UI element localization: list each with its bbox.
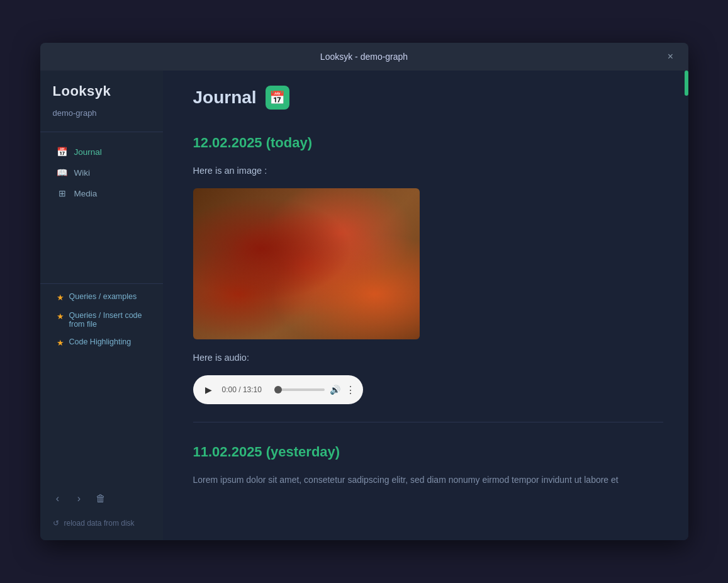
star-icon-1: ★	[57, 293, 64, 302]
sidebar-divider-2	[40, 283, 163, 284]
image-label: Here is an image :	[193, 164, 663, 178]
forward-button[interactable]: ›	[70, 490, 88, 507]
sidebar: Looksyk demo-graph 📅 Journal 📖 Wiki ⊞ Me…	[40, 71, 163, 540]
wiki-icon: 📖	[57, 167, 68, 178]
app-window: Looksyk - demo-graph × Looksyk demo-grap…	[40, 43, 688, 540]
sidebar-divider-1	[40, 132, 163, 132]
nav-actions: ‹ › 🗑	[40, 485, 163, 512]
sidebar-item-journal-label: Journal	[74, 147, 102, 157]
audio-time: 0:00 / 13:10	[222, 385, 269, 394]
starred-label-3: Code Highlighting	[69, 337, 132, 346]
media-icon: ⊞	[57, 188, 68, 199]
audio-thumb	[274, 386, 282, 393]
close-button[interactable]: ×	[662, 48, 680, 65]
reload-label: reload data from disk	[64, 519, 135, 528]
pizza-image	[193, 188, 420, 339]
current-time: 0:00	[222, 385, 237, 394]
sidebar-item-wiki-label: Wiki	[74, 168, 91, 178]
lorem-text: Lorem ipsum dolor sit amet, consetetur s…	[193, 473, 663, 488]
sidebar-item-wiki[interactable]: 📖 Wiki	[44, 162, 159, 183]
starred-queries-examples[interactable]: ★ Queries / examples	[44, 288, 159, 306]
starred-label-2: Queries / Insert code from file	[69, 311, 147, 329]
calendar-icon: 📅	[269, 90, 285, 105]
sidebar-nav: 📅 Journal 📖 Wiki ⊞ Media	[40, 136, 163, 280]
star-icon-2: ★	[57, 312, 64, 321]
titlebar: Looksyk - demo-graph ×	[40, 43, 688, 71]
audio-label: Here is audio:	[193, 351, 663, 365]
page-title: Journal	[193, 88, 257, 108]
page-header: Journal 📅	[193, 86, 663, 110]
reload-icon: ↺	[53, 519, 59, 528]
sidebar-item-media[interactable]: ⊞ Media	[44, 183, 159, 203]
audio-player: ▶ 0:00 / 13:10 🔊 ⋮	[193, 375, 363, 404]
audio-progress-bar[interactable]	[274, 388, 325, 391]
starred-queries-insert[interactable]: ★ Queries / Insert code from file	[44, 307, 159, 332]
audio-menu-icon[interactable]: ⋮	[345, 384, 356, 396]
content-area[interactable]: Journal 📅 12.02.2025 (today) Here is an …	[163, 71, 688, 540]
starred-label-1: Queries / examples	[69, 292, 137, 301]
time-sep: /	[238, 385, 243, 394]
audio-play-button[interactable]: ▶	[201, 382, 217, 398]
journal-icon: 📅	[57, 146, 68, 157]
star-icon-3: ★	[57, 338, 64, 348]
main-content: « Journal 📅 12.02.2025 (today) Here is a…	[163, 71, 688, 540]
pizza-img-visual	[193, 188, 420, 339]
app-logo: Looksyk	[40, 71, 163, 106]
sidebar-item-journal[interactable]: 📅 Journal	[44, 142, 159, 162]
duration: 13:10	[243, 385, 262, 394]
calendar-icon-badge[interactable]: 📅	[266, 86, 289, 110]
date-heading-today: 12.02.2025 (today)	[193, 128, 663, 151]
workspace-label: demo-graph	[40, 106, 163, 128]
reload-button[interactable]: ↺ reload data from disk	[40, 512, 163, 534]
starred-code-highlighting[interactable]: ★ Code Highlighting	[44, 334, 159, 351]
window-title: Looksyk - demo-graph	[320, 52, 408, 62]
scrollbar-indicator	[685, 71, 688, 96]
volume-icon[interactable]: 🔊	[330, 385, 340, 395]
section-divider	[193, 422, 663, 422]
back-button[interactable]: ‹	[49, 490, 67, 507]
app-body: Looksyk demo-graph 📅 Journal 📖 Wiki ⊞ Me…	[40, 71, 688, 540]
date-heading-yesterday: 11.02.2025 (yesterday)	[193, 438, 663, 460]
sidebar-item-media-label: Media	[74, 189, 98, 198]
delete-button[interactable]: 🗑	[92, 490, 109, 507]
